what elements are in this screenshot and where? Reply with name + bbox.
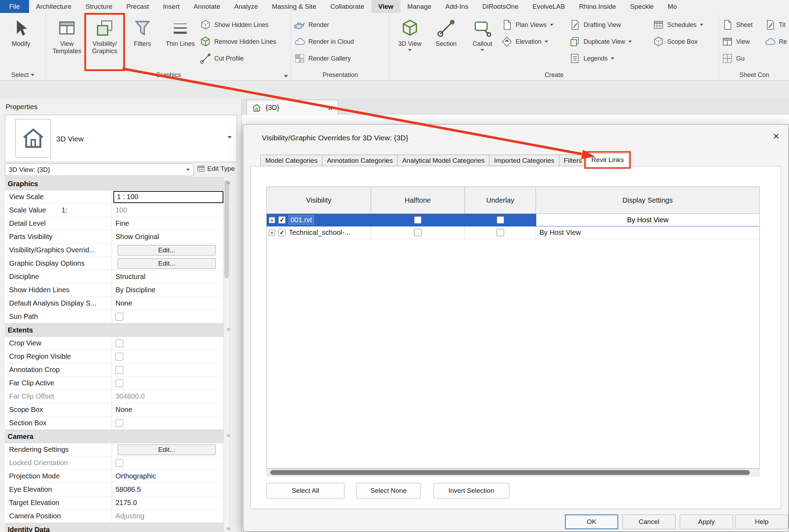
- dialog-tab-analytical-model-categories[interactable]: Analytical Model Categories: [397, 155, 490, 166]
- column-header-display-settings[interactable]: Display Settings: [536, 187, 759, 214]
- modify-button[interactable]: Modify: [3, 15, 39, 69]
- underlay-checkbox[interactable]: [497, 216, 504, 224]
- schedules-button[interactable]: Schedules: [653, 18, 716, 32]
- edit-button[interactable]: Edit...: [118, 245, 216, 255]
- ribbon-tab-collaborate[interactable]: Collaborate: [323, 0, 371, 13]
- property-group-extents[interactable]: Extents≈: [5, 323, 223, 337]
- property-value[interactable]: By Discipline: [112, 284, 223, 296]
- view-button[interactable]: View: [722, 35, 763, 49]
- cancel-button[interactable]: Cancel: [622, 514, 676, 529]
- halftone-checkbox[interactable]: [414, 229, 421, 236]
- chevron-down-icon[interactable]: [228, 136, 232, 139]
- filters-button[interactable]: Filters: [124, 15, 161, 69]
- dialog-tab-model-categories[interactable]: Model Categories: [260, 155, 322, 166]
- group-collapse-icon[interactable]: ≈: [227, 326, 230, 333]
- ribbon-tab-massing-site[interactable]: Massing & Site: [265, 0, 323, 13]
- edit-button[interactable]: Edit...: [118, 258, 216, 269]
- dialog-tab-revit-links[interactable]: Revit Links: [586, 153, 629, 167]
- link-row-technical-school[interactable]: +✓Technical_school-...By Host View: [267, 226, 759, 239]
- show-hidden-lines-button[interactable]: Show Hidden Lines: [200, 18, 276, 32]
- property-value[interactable]: [112, 377, 223, 390]
- ribbon-tab-speckle[interactable]: Speckle: [623, 0, 661, 13]
- property-value[interactable]: Edit...: [112, 443, 223, 456]
- scope-box-button[interactable]: Scope Box: [653, 35, 716, 49]
- apply-button[interactable]: Apply: [680, 514, 733, 529]
- property-group-identity-data[interactable]: Identity Data≈: [5, 523, 223, 532]
- duplicate-view-button[interactable]: Duplicate View: [569, 35, 651, 49]
- expand-icon[interactable]: +: [269, 230, 275, 236]
- property-value[interactable]: Edit...: [112, 257, 223, 270]
- title-block-button[interactable]: Tit: [764, 18, 787, 32]
- render-gallery-button[interactable]: Render Gallery: [294, 51, 354, 65]
- type-selector-box[interactable]: 3D View: [5, 115, 237, 162]
- property-input[interactable]: 1 : 100: [113, 191, 223, 203]
- property-value[interactable]: [112, 310, 223, 323]
- ribbon-tab-dirootsone[interactable]: DiRootsOne: [475, 0, 526, 13]
- dropdown-arrow-icon[interactable]: [408, 49, 412, 51]
- property-value[interactable]: [112, 416, 223, 429]
- property-value[interactable]: Orthographic: [112, 470, 223, 483]
- scrollbar-thumb[interactable]: [224, 180, 229, 278]
- dropdown-arrow-icon[interactable]: [481, 49, 484, 51]
- property-value[interactable]: [112, 350, 223, 363]
- property-value[interactable]: None: [112, 403, 223, 416]
- ribbon-tab-manage[interactable]: Manage: [400, 0, 439, 13]
- ribbon-tab-rhino-inside[interactable]: Rhino.Inside: [572, 0, 623, 13]
- ribbon-tab-architecture[interactable]: Architecture: [29, 0, 78, 13]
- edit-button[interactable]: Edit...: [118, 444, 216, 455]
- 3d-view-button[interactable]: 3D View: [392, 15, 427, 69]
- ribbon-tab-structure[interactable]: Structure: [78, 0, 119, 13]
- callout-button[interactable]: Callout: [465, 15, 500, 69]
- ribbon-tab-precast[interactable]: Precast: [119, 0, 156, 13]
- table-horizontal-scrollbar[interactable]: [266, 469, 760, 476]
- plan-views-button[interactable]: Plan Views: [501, 18, 568, 32]
- group-collapse-icon[interactable]: ≈: [227, 432, 230, 440]
- ribbon-tab-insert[interactable]: Insert: [156, 0, 187, 13]
- property-group-camera[interactable]: Camera≈: [5, 430, 223, 443]
- view-selector-combobox[interactable]: 3D View: {3D}: [5, 163, 194, 176]
- elevation-button[interactable]: Elevation: [501, 35, 568, 49]
- halftone-checkbox[interactable]: [414, 216, 421, 224]
- select-dropdown[interactable]: Select: [0, 69, 46, 80]
- display-settings-cell[interactable]: By Host View: [536, 226, 759, 239]
- help-button[interactable]: Help: [735, 514, 788, 529]
- group-collapse-icon[interactable]: ≈: [227, 525, 230, 532]
- ribbon-tab-file[interactable]: File: [0, 0, 29, 13]
- visibility-checkbox[interactable]: ✓: [278, 216, 286, 224]
- property-value[interactable]: Show Original: [112, 230, 223, 243]
- property-value[interactable]: [112, 363, 223, 376]
- remove-hidden-lines-button[interactable]: Remove Hidden Lines: [200, 35, 276, 49]
- render-button[interactable]: Render: [294, 18, 354, 32]
- link-row-001-rvt[interactable]: +✓001.rvtBy Host View: [267, 214, 759, 226]
- column-header-underlay[interactable]: Underlay: [465, 187, 536, 214]
- group-collapse-icon[interactable]: ≈: [227, 180, 230, 187]
- dialog-tab-imported-categories[interactable]: Imported Categories: [489, 155, 559, 166]
- section-button[interactable]: Section: [429, 15, 464, 69]
- select-none-button[interactable]: Select None: [356, 483, 421, 498]
- checkbox[interactable]: [116, 353, 123, 360]
- property-value[interactable]: 100: [112, 204, 223, 217]
- sheet-button[interactable]: Sheet: [722, 18, 763, 32]
- underlay-checkbox[interactable]: [497, 229, 504, 236]
- property-value[interactable]: Edit...: [112, 244, 223, 257]
- invert-selection-button[interactable]: Invert Selection: [433, 483, 509, 498]
- select-all-button[interactable]: Select All: [266, 483, 344, 498]
- ribbon-tab-mo[interactable]: Mo: [661, 0, 684, 13]
- legends-button[interactable]: Legends: [569, 51, 651, 65]
- dialog-titlebar[interactable]: Visibility/Graphic Overrides for 3D View…: [243, 125, 788, 151]
- property-value[interactable]: 2175.0: [112, 496, 223, 509]
- scrollbar-thumb[interactable]: [270, 470, 750, 475]
- property-value[interactable]: Fine: [112, 217, 223, 230]
- property-group-graphics[interactable]: Graphics≈: [5, 177, 223, 190]
- dialog-tab-annotation-categories[interactable]: Annotation Categories: [322, 155, 398, 166]
- checkbox[interactable]: [116, 379, 123, 387]
- expand-icon[interactable]: +: [269, 217, 275, 223]
- column-header-halftone[interactable]: Halftone: [371, 187, 465, 214]
- property-value[interactable]: 304800.0: [112, 390, 223, 403]
- cut-profile-button[interactable]: Cut Profile: [200, 51, 276, 65]
- ribbon-tab-annotate[interactable]: Annotate: [187, 0, 227, 13]
- dialog-tab-filters[interactable]: Filters: [559, 155, 587, 166]
- property-value[interactable]: Adjusting: [112, 510, 223, 523]
- checkbox[interactable]: [116, 366, 123, 374]
- edit-type-button[interactable]: Edit Type: [197, 164, 235, 173]
